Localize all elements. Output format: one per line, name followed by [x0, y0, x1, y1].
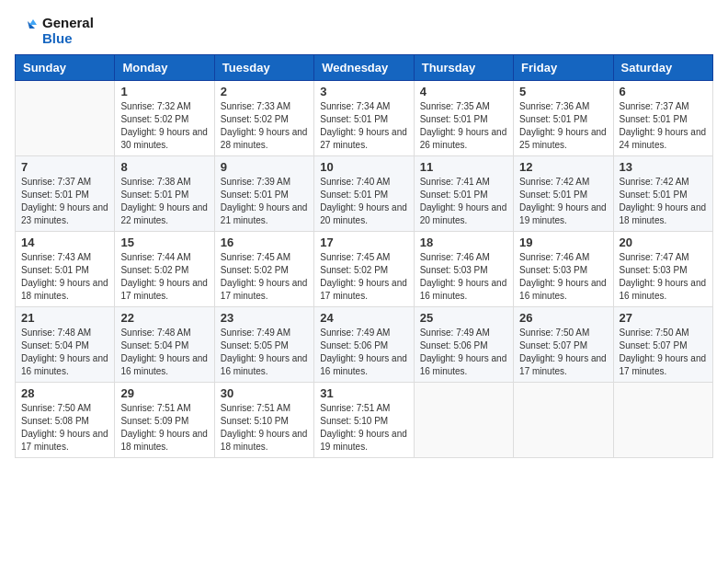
day-number: 22: [120, 311, 208, 325]
calendar-day-cell: 17Sunrise: 7:45 AMSunset: 5:02 PMDayligh…: [314, 231, 414, 306]
day-detail: Sunrise: 7:34 AMSunset: 5:01 PMDaylight:…: [320, 100, 407, 152]
day-number: 1: [120, 85, 208, 98]
day-number: 6: [620, 85, 707, 98]
day-number: 24: [320, 311, 407, 325]
calendar-day-cell: 11Sunrise: 7:41 AMSunset: 5:01 PMDayligh…: [414, 155, 513, 231]
day-number: 29: [120, 386, 208, 400]
calendar-day-cell: 12Sunrise: 7:42 AMSunset: 5:01 PMDayligh…: [514, 155, 613, 231]
day-detail: Sunrise: 7:41 AMSunset: 5:01 PMDaylight:…: [420, 176, 507, 227]
day-number: 26: [519, 311, 607, 325]
day-detail: Sunrise: 7:45 AMSunset: 5:02 PMDaylight:…: [221, 251, 308, 303]
calendar-week-row: 14Sunrise: 7:43 AMSunset: 5:01 PMDayligh…: [16, 231, 713, 306]
calendar-day-cell: 9Sunrise: 7:39 AMSunset: 5:01 PMDaylight…: [214, 155, 313, 231]
day-number: 4: [420, 85, 507, 98]
day-number: 21: [21, 311, 108, 325]
day-detail: Sunrise: 7:51 AMSunset: 5:10 PMDaylight:…: [221, 402, 308, 454]
day-number: 7: [21, 160, 108, 174]
calendar-day-cell: 28Sunrise: 7:50 AMSunset: 5:08 PMDayligh…: [16, 382, 115, 457]
day-number: 11: [420, 160, 507, 174]
day-detail: Sunrise: 7:43 AMSunset: 5:01 PMDaylight:…: [21, 251, 108, 303]
day-detail: Sunrise: 7:46 AMSunset: 5:03 PMDaylight:…: [519, 251, 607, 303]
weekday-header-wednesday: Wednesday: [314, 54, 414, 80]
day-detail: Sunrise: 7:50 AMSunset: 5:08 PMDaylight:…: [21, 402, 108, 454]
logo-blue: Blue: [42, 30, 94, 46]
day-number: 20: [620, 236, 707, 249]
logo-general: General: [42, 15, 94, 30]
calendar-header-row: SundayMondayTuesdayWednesdayThursdayFrid…: [16, 54, 713, 80]
logo: General Blue: [15, 15, 94, 47]
day-detail: Sunrise: 7:46 AMSunset: 5:03 PMDaylight:…: [420, 251, 507, 303]
day-number: 10: [320, 160, 407, 174]
calendar-day-cell: [613, 382, 712, 457]
calendar-week-row: 21Sunrise: 7:48 AMSunset: 5:04 PMDayligh…: [16, 306, 713, 382]
day-detail: Sunrise: 7:37 AMSunset: 5:01 PMDaylight:…: [21, 176, 108, 227]
calendar-day-cell: 8Sunrise: 7:38 AMSunset: 5:01 PMDaylight…: [115, 155, 214, 231]
day-detail: Sunrise: 7:35 AMSunset: 5:01 PMDaylight:…: [420, 100, 507, 152]
day-detail: Sunrise: 7:49 AMSunset: 5:05 PMDaylight:…: [221, 327, 308, 378]
day-detail: Sunrise: 7:42 AMSunset: 5:01 PMDaylight:…: [620, 176, 707, 227]
day-number: 28: [21, 386, 108, 400]
calendar-day-cell: 24Sunrise: 7:49 AMSunset: 5:06 PMDayligh…: [314, 306, 414, 382]
calendar-day-cell: 6Sunrise: 7:37 AMSunset: 5:01 PMDaylight…: [613, 80, 712, 155]
day-detail: Sunrise: 7:47 AMSunset: 5:03 PMDaylight:…: [620, 251, 707, 303]
day-number: 19: [519, 236, 607, 249]
page-header: General Blue: [15, 15, 713, 47]
day-number: 8: [120, 160, 208, 174]
day-detail: Sunrise: 7:50 AMSunset: 5:07 PMDaylight:…: [620, 327, 707, 378]
day-detail: Sunrise: 7:36 AMSunset: 5:01 PMDaylight:…: [519, 100, 607, 152]
calendar-day-cell: 29Sunrise: 7:51 AMSunset: 5:09 PMDayligh…: [115, 382, 214, 457]
day-number: 30: [221, 386, 308, 400]
calendar-day-cell: 4Sunrise: 7:35 AMSunset: 5:01 PMDaylight…: [414, 80, 513, 155]
calendar-day-cell: 22Sunrise: 7:48 AMSunset: 5:04 PMDayligh…: [115, 306, 214, 382]
day-detail: Sunrise: 7:37 AMSunset: 5:01 PMDaylight:…: [620, 100, 707, 152]
day-number: 13: [620, 160, 707, 174]
calendar-day-cell: 3Sunrise: 7:34 AMSunset: 5:01 PMDaylight…: [314, 80, 414, 155]
calendar-day-cell: 19Sunrise: 7:46 AMSunset: 5:03 PMDayligh…: [514, 231, 613, 306]
calendar-day-cell: 16Sunrise: 7:45 AMSunset: 5:02 PMDayligh…: [214, 231, 313, 306]
calendar-day-cell: 26Sunrise: 7:50 AMSunset: 5:07 PMDayligh…: [514, 306, 613, 382]
day-number: 17: [320, 236, 407, 249]
day-number: 3: [320, 85, 407, 98]
day-detail: Sunrise: 7:33 AMSunset: 5:02 PMDaylight:…: [221, 100, 308, 152]
day-number: 5: [519, 85, 607, 98]
weekday-header-saturday: Saturday: [613, 54, 712, 80]
day-detail: Sunrise: 7:45 AMSunset: 5:02 PMDaylight:…: [320, 251, 407, 303]
calendar-day-cell: 31Sunrise: 7:51 AMSunset: 5:10 PMDayligh…: [314, 382, 414, 457]
calendar-day-cell: 18Sunrise: 7:46 AMSunset: 5:03 PMDayligh…: [414, 231, 513, 306]
calendar-day-cell: 21Sunrise: 7:48 AMSunset: 5:04 PMDayligh…: [16, 306, 115, 382]
calendar-day-cell: 1Sunrise: 7:32 AMSunset: 5:02 PMDaylight…: [115, 80, 214, 155]
calendar-day-cell: [414, 382, 513, 457]
day-detail: Sunrise: 7:48 AMSunset: 5:04 PMDaylight:…: [21, 327, 108, 378]
day-detail: Sunrise: 7:50 AMSunset: 5:07 PMDaylight:…: [519, 327, 607, 378]
day-number: 25: [420, 311, 507, 325]
calendar-day-cell: 27Sunrise: 7:50 AMSunset: 5:07 PMDayligh…: [613, 306, 712, 382]
calendar-day-cell: 23Sunrise: 7:49 AMSunset: 5:05 PMDayligh…: [214, 306, 313, 382]
calendar-day-cell: 20Sunrise: 7:47 AMSunset: 5:03 PMDayligh…: [613, 231, 712, 306]
weekday-header-thursday: Thursday: [414, 54, 513, 80]
svg-marker-1: [29, 19, 37, 25]
calendar-table: SundayMondayTuesdayWednesdayThursdayFrid…: [15, 54, 713, 458]
day-detail: Sunrise: 7:42 AMSunset: 5:01 PMDaylight:…: [519, 176, 607, 227]
day-detail: Sunrise: 7:32 AMSunset: 5:02 PMDaylight:…: [120, 100, 208, 152]
day-detail: Sunrise: 7:48 AMSunset: 5:04 PMDaylight:…: [120, 327, 208, 378]
day-detail: Sunrise: 7:51 AMSunset: 5:09 PMDaylight:…: [120, 402, 208, 454]
day-number: 31: [320, 386, 407, 400]
calendar-week-row: 7Sunrise: 7:37 AMSunset: 5:01 PMDaylight…: [16, 155, 713, 231]
day-detail: Sunrise: 7:49 AMSunset: 5:06 PMDaylight:…: [420, 327, 507, 378]
weekday-header-sunday: Sunday: [16, 54, 115, 80]
calendar-day-cell: 25Sunrise: 7:49 AMSunset: 5:06 PMDayligh…: [414, 306, 513, 382]
weekday-header-tuesday: Tuesday: [214, 54, 313, 80]
day-detail: Sunrise: 7:39 AMSunset: 5:01 PMDaylight:…: [221, 176, 308, 227]
weekday-header-friday: Friday: [514, 54, 613, 80]
day-number: 16: [221, 236, 308, 249]
day-number: 15: [120, 236, 208, 249]
day-detail: Sunrise: 7:38 AMSunset: 5:01 PMDaylight:…: [120, 176, 208, 227]
calendar-day-cell: 5Sunrise: 7:36 AMSunset: 5:01 PMDaylight…: [514, 80, 613, 155]
calendar-week-row: 28Sunrise: 7:50 AMSunset: 5:08 PMDayligh…: [16, 382, 713, 457]
calendar-day-cell: [16, 80, 115, 155]
calendar-day-cell: 13Sunrise: 7:42 AMSunset: 5:01 PMDayligh…: [613, 155, 712, 231]
day-number: 27: [620, 311, 707, 325]
day-number: 14: [21, 236, 108, 249]
day-number: 23: [221, 311, 308, 325]
day-number: 9: [221, 160, 308, 174]
